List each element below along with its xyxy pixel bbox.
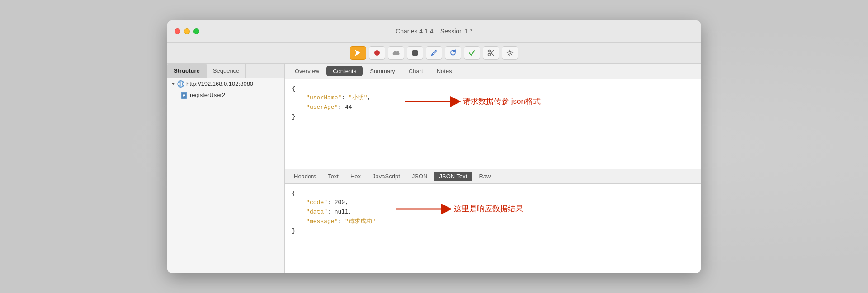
resp-brace-close: } — [292, 228, 296, 234]
sub-tab-javascript[interactable]: JavaScript — [367, 172, 406, 181]
request-area: { "userName": "小明", "userAge": 44 } — [285, 79, 701, 169]
check-icon — [468, 49, 476, 56]
request-annotation: 请求数据传参 json格式 — [402, 93, 541, 111]
sidebar: Structure Sequence ▼ http://192.168.0.10… — [167, 64, 285, 273]
globe-icon — [177, 80, 184, 88]
gear-icon — [506, 49, 514, 56]
sub-tab-json[interactable]: JSON — [406, 172, 433, 181]
arrow-icon — [354, 49, 362, 57]
arrow-svg — [402, 93, 461, 111]
expand-arrow-icon: ▼ — [171, 81, 175, 86]
sub-tab-hex[interactable]: Hex — [345, 172, 366, 181]
resp-indent3 — [292, 218, 306, 225]
clear-button[interactable] — [388, 46, 404, 60]
traffic-lights — [175, 28, 199, 34]
response-annotation-text: 这里是响应数据结果 — [454, 204, 523, 214]
svg-point-1 — [374, 50, 380, 56]
code-key: "code" — [306, 199, 327, 206]
resp-brace-open: { — [292, 190, 296, 197]
data-value: null — [335, 209, 349, 215]
username-value: "小明" — [349, 94, 368, 101]
message-key: "message" — [306, 218, 338, 225]
record-button[interactable] — [369, 46, 385, 60]
tools-button[interactable] — [483, 46, 499, 60]
userage-key: "userAge" — [306, 104, 338, 111]
brace-open: { — [292, 85, 296, 92]
stop-button[interactable] — [407, 46, 423, 60]
stop-icon — [412, 50, 418, 56]
resp-indent2 — [292, 209, 306, 215]
message-value: "请求成功" — [345, 218, 376, 225]
top-tabs: Overview Contents Summary Chart Notes — [285, 64, 701, 79]
main-window: Charles 4.1.4 – Session 1 * — [167, 20, 701, 273]
colon1: : — [341, 94, 349, 101]
sidebar-tab-structure[interactable]: Structure — [167, 64, 207, 78]
tab-notes[interactable]: Notes — [430, 66, 458, 76]
resp-indent1 — [292, 199, 306, 206]
response-area: { "code": 200, "data": null, "message": … — [285, 184, 701, 273]
tab-chart[interactable]: Chart — [402, 66, 429, 76]
tab-summary[interactable]: Summary — [363, 66, 401, 76]
scissors-icon — [487, 49, 495, 56]
sidebar-tab-sequence[interactable]: Sequence — [207, 64, 246, 78]
comma1: , — [367, 94, 371, 101]
response-arrow-svg — [393, 200, 452, 218]
pen-icon — [430, 49, 438, 56]
maximize-button[interactable] — [193, 28, 199, 34]
file-icon — [182, 93, 186, 98]
tab-overview[interactable]: Overview — [288, 66, 326, 76]
refresh-icon — [449, 49, 457, 56]
indent2 — [292, 104, 306, 111]
check-button[interactable] — [464, 46, 480, 60]
sub-tab-text[interactable]: Text — [322, 172, 344, 181]
svg-rect-2 — [412, 50, 418, 56]
record-icon — [374, 50, 380, 56]
tree-child-item[interactable]: registerUser2 — [167, 90, 284, 101]
svg-marker-0 — [355, 50, 360, 56]
indent1 — [292, 94, 306, 101]
refresh-button[interactable] — [445, 46, 461, 60]
sidebar-tabs: Structure Sequence — [167, 64, 284, 78]
code-value: 200 — [335, 199, 345, 206]
tree-root-label: http://192.168.0.102:8080 — [186, 80, 253, 87]
document-icon — [181, 92, 187, 99]
cloud-icon — [392, 50, 400, 56]
tree-child-label: registerUser2 — [190, 92, 225, 98]
userage-value: 44 — [345, 104, 352, 111]
request-annotation-text: 请求数据传参 json格式 — [463, 96, 541, 107]
main-content: Structure Sequence ▼ http://192.168.0.10… — [167, 64, 701, 273]
svg-point-7 — [509, 52, 511, 54]
colon2: : — [338, 104, 345, 111]
right-panel: Overview Contents Summary Chart Notes { … — [285, 64, 701, 273]
response-annotation: 这里是响应数据结果 — [393, 200, 523, 218]
data-key: "data" — [306, 209, 327, 215]
brace-close: } — [292, 113, 296, 120]
tab-contents[interactable]: Contents — [326, 66, 363, 76]
tree-root-item[interactable]: ▼ http://192.168.0.102:8080 — [167, 78, 284, 90]
arrow-tool-button[interactable] — [350, 46, 366, 60]
pen-button[interactable] — [426, 46, 442, 60]
sub-tab-json-text[interactable]: JSON Text — [434, 172, 472, 181]
sub-tab-raw[interactable]: Raw — [473, 172, 496, 181]
toolbar — [167, 43, 701, 64]
window-title: Charles 4.1.4 – Session 1 * — [396, 28, 472, 35]
minimize-button[interactable] — [184, 28, 190, 34]
sub-tab-headers[interactable]: Headers — [288, 172, 321, 181]
settings-button[interactable] — [502, 46, 518, 60]
bottom-sub-tabs: Headers Text Hex JavaScript JSON JSON Te… — [285, 169, 701, 184]
titlebar: Charles 4.1.4 – Session 1 * — [167, 20, 701, 43]
username-key: "userName" — [306, 94, 341, 101]
close-button[interactable] — [175, 28, 180, 34]
